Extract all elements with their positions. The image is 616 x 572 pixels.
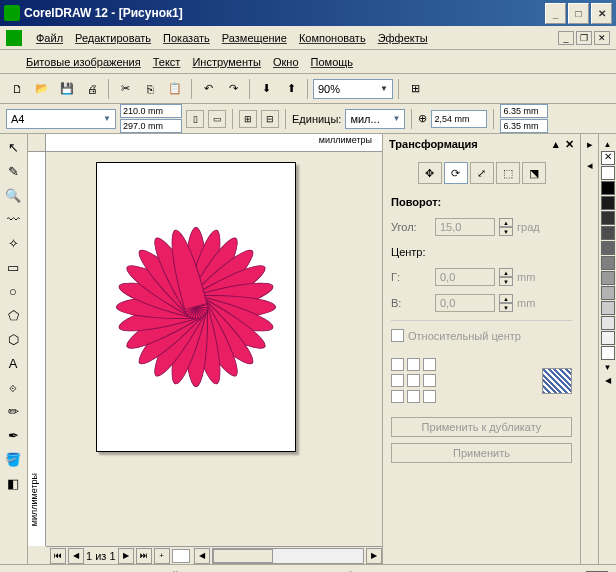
h-up[interactable]: ▲ <box>499 268 513 277</box>
scale-tab[interactable]: ⤢ <box>470 162 494 184</box>
menu-bitmaps[interactable]: Битовые изображения <box>20 54 147 70</box>
mdi-minimize[interactable]: _ <box>558 31 574 45</box>
undo-button[interactable]: ↶ <box>197 78 219 100</box>
freehand-tool[interactable]: 〰 <box>2 208 24 230</box>
print-button[interactable]: 🖨 <box>81 78 103 100</box>
ruler-vertical[interactable]: миллиметры <box>28 152 46 546</box>
menu-edit[interactable]: Редактировать <box>69 30 157 46</box>
palette-up[interactable]: ▲ <box>602 138 614 151</box>
apply-duplicate-button[interactable]: Применить к дубликату <box>391 417 572 437</box>
relative-checkbox[interactable] <box>391 329 404 342</box>
color-swatch[interactable] <box>601 316 615 330</box>
center-v-input[interactable]: 0,0 <box>435 294 495 312</box>
basic-shapes-tool[interactable]: ⬡ <box>2 328 24 350</box>
color-swatch[interactable] <box>601 301 615 315</box>
import-button[interactable]: ⬇ <box>255 78 277 100</box>
menu-file[interactable]: Файл <box>30 30 69 46</box>
ruler-horizontal[interactable]: миллиметры <box>46 134 382 152</box>
polygon-tool[interactable]: ⬠ <box>2 304 24 326</box>
flower-artwork[interactable] <box>116 227 276 387</box>
nudge-input[interactable]: 2,54 mm <box>431 110 487 128</box>
dup-x-input[interactable]: 6.35 mm <box>500 104 548 118</box>
menu-tools[interactable]: Инструменты <box>186 54 267 70</box>
redo-button[interactable]: ↷ <box>222 78 244 100</box>
minimize-button[interactable]: _ <box>545 3 566 24</box>
docker-flyout-icon[interactable]: ▸ <box>587 138 593 151</box>
interactive-fill-tool[interactable]: ◧ <box>2 472 24 494</box>
cut-button[interactable]: ✂ <box>114 78 136 100</box>
app-menu-icon[interactable] <box>6 30 22 46</box>
new-button[interactable]: 🗋 <box>6 78 28 100</box>
next-page-button[interactable]: ▶ <box>118 548 134 564</box>
no-color-swatch[interactable]: ✕ <box>601 151 615 165</box>
hscrollbar[interactable] <box>212 548 364 564</box>
menu-layout[interactable]: Размещение <box>216 30 293 46</box>
mdi-close[interactable]: ✕ <box>594 31 610 45</box>
copy-button[interactable]: ⎘ <box>139 78 161 100</box>
color-swatch[interactable] <box>601 196 615 210</box>
app-launcher-button[interactable]: ⊞ <box>404 78 426 100</box>
pages-button-1[interactable]: ⊞ <box>239 110 257 128</box>
maximize-button[interactable]: □ <box>568 3 589 24</box>
color-swatch[interactable] <box>601 286 615 300</box>
mdi-restore[interactable]: ❐ <box>576 31 592 45</box>
pages-button-2[interactable]: ⊟ <box>261 110 279 128</box>
docker-close-button[interactable]: ✕ <box>565 138 574 151</box>
ruler-origin[interactable] <box>28 134 46 152</box>
v-down[interactable]: ▼ <box>499 303 513 312</box>
outline-tool[interactable]: ✒ <box>2 424 24 446</box>
position-tab[interactable]: ✥ <box>418 162 442 184</box>
scroll-right-button[interactable]: ▶ <box>366 548 382 564</box>
color-swatch[interactable] <box>601 256 615 270</box>
palette-down[interactable]: ▼ <box>602 361 614 374</box>
dup-y-input[interactable]: 6.35 mm <box>500 119 548 133</box>
angle-up[interactable]: ▲ <box>499 218 513 227</box>
paste-button[interactable]: 📋 <box>164 78 186 100</box>
page-tab[interactable] <box>172 549 190 563</box>
origin-grid[interactable] <box>391 358 436 403</box>
color-swatch[interactable] <box>601 211 615 225</box>
export-button[interactable]: ⬆ <box>280 78 302 100</box>
last-page-button[interactable]: ⏭ <box>136 548 152 564</box>
angle-input[interactable]: 15,0 <box>435 218 495 236</box>
prev-page-button[interactable]: ◀ <box>68 548 84 564</box>
docker-flyout-icon-2[interactable]: ◂ <box>587 159 593 172</box>
v-up[interactable]: ▲ <box>499 294 513 303</box>
text-tool[interactable]: A <box>2 352 24 374</box>
units-select[interactable]: мил... <box>345 109 405 129</box>
eyedropper-tool[interactable]: ✏ <box>2 400 24 422</box>
docker-collapse-button[interactable]: ▴ <box>553 138 559 151</box>
page-height-input[interactable]: 297.0 mm <box>120 119 182 133</box>
color-swatch[interactable] <box>601 226 615 240</box>
ellipse-tool[interactable]: ○ <box>2 280 24 302</box>
fill-tool[interactable]: 🪣 <box>2 448 24 470</box>
center-h-input[interactable]: 0,0 <box>435 268 495 286</box>
color-swatch[interactable] <box>601 271 615 285</box>
canvas-viewport[interactable] <box>46 152 382 546</box>
menu-window[interactable]: Окно <box>267 54 305 70</box>
add-page-button[interactable]: + <box>154 548 170 564</box>
page-width-input[interactable]: 210.0 mm <box>120 104 182 118</box>
h-down[interactable]: ▼ <box>499 277 513 286</box>
size-tab[interactable]: ⬚ <box>496 162 520 184</box>
smart-draw-tool[interactable]: ✧ <box>2 232 24 254</box>
skew-tab[interactable]: ⬔ <box>522 162 546 184</box>
save-button[interactable]: 💾 <box>56 78 78 100</box>
menu-arrange[interactable]: Компоновать <box>293 30 372 46</box>
calendar-icon[interactable] <box>542 368 572 394</box>
color-swatch[interactable] <box>601 181 615 195</box>
first-page-button[interactable]: ⏮ <box>50 548 66 564</box>
color-swatch[interactable] <box>601 166 615 180</box>
apply-button[interactable]: Применить <box>391 443 572 463</box>
color-swatch[interactable] <box>601 241 615 255</box>
paper-select[interactable]: A4 <box>6 109 116 129</box>
menu-view[interactable]: Показать <box>157 30 216 46</box>
rotate-tab[interactable]: ⟳ <box>444 162 468 184</box>
zoom-tool[interactable]: 🔍 <box>2 184 24 206</box>
angle-down[interactable]: ▼ <box>499 227 513 236</box>
color-swatch[interactable] <box>601 346 615 360</box>
menu-help[interactable]: Помощь <box>305 54 360 70</box>
scroll-left-button[interactable]: ◀ <box>194 548 210 564</box>
landscape-button[interactable]: ▭ <box>208 110 226 128</box>
close-button[interactable]: ✕ <box>591 3 612 24</box>
